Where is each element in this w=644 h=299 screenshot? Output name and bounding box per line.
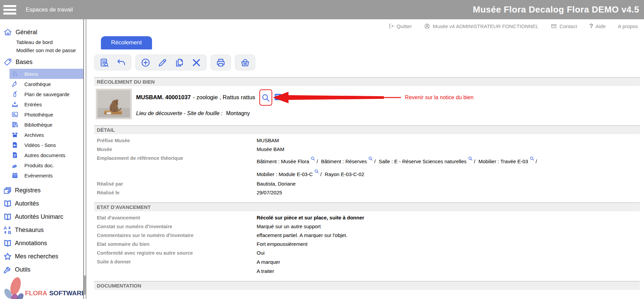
section-header-documentation: DOCUMENTATION — [94, 281, 640, 290]
detail-row-realise-par: Réalisé par Bautista, Doriane — [86, 179, 644, 188]
section-header-detail: DÉTAIL — [94, 125, 640, 134]
contact-button[interactable]: Contact — [551, 23, 577, 29]
sidebar-item-registres[interactable]: Registres — [0, 184, 83, 197]
sidebar-item-autorites[interactable]: Autorités — [0, 197, 83, 210]
sidebar-item-autorites-unimarc[interactable]: Autorités Unimarc — [0, 210, 83, 223]
detail-block: Préfixe Musée MUSBAM Musée Musée BAM Emp… — [86, 134, 644, 200]
lookup-icon[interactable] — [468, 154, 473, 164]
etat-row-suite-a-donner: Suite à donner A marquer A traiter — [86, 257, 644, 276]
sidebar-splitter[interactable] — [83, 19, 86, 299]
menu-icon[interactable] — [3, 5, 16, 15]
basket-icon[interactable] — [240, 58, 250, 68]
sidebar-section-general[interactable]: Général — [3, 27, 83, 38]
edit-pencil-icon[interactable] — [157, 58, 168, 68]
video-file-icon — [11, 141, 19, 149]
toolbar-group-search — [94, 55, 131, 70]
stacked-windows-icon — [2, 186, 13, 196]
inbox-arrow-icon — [11, 100, 19, 108]
add-circle-icon[interactable] — [141, 58, 151, 68]
open-book-icon — [2, 199, 13, 209]
open-box-icon — [11, 131, 19, 139]
sidebar-item-bibliotheque[interactable]: Bibliothèque — [0, 120, 83, 130]
sidebar-section-label: Bases — [16, 59, 33, 66]
app-header: Espaces de travail Musée Flora Decalog F… — [0, 0, 644, 19]
annotation-text: Revenir sur la notice du bien — [405, 94, 474, 101]
emplacement-line-2: Mobilier : Module E-03-C/Rayon E-03-C-02 — [257, 167, 540, 179]
quitter-button[interactable]: Quitter — [388, 23, 412, 29]
sidebar-item-thesaurus[interactable]: AB Thesaurus — [0, 223, 83, 237]
a-propos-button[interactable]: A propos — [618, 23, 638, 29]
tab-bar: Récolement — [101, 36, 644, 49]
toolbar-group-basket — [235, 55, 255, 70]
detail-row-prefixe-musee: Préfixe Musée MUSBAM — [86, 136, 644, 145]
discovery-row: Lieu de découverte - Site de fouille : M… — [136, 110, 644, 116]
main-content: Quitter Musée v4 ADMINISTRATEUR FONCTION… — [86, 19, 644, 299]
envelope-icon — [551, 23, 557, 29]
lookup-icon[interactable] — [530, 154, 534, 164]
open-notice-button[interactable] — [259, 89, 272, 106]
logo-text-flora: FLORA — [25, 290, 47, 297]
toolbar-group-print — [211, 55, 231, 70]
app-title: Musée Flora Decalog Flora DEMO v4.5 — [473, 4, 639, 15]
emplacement-line-1: Bâtiment : Musée Flora/Bâtiment : Réserv… — [257, 154, 540, 167]
flora-petals-icon — [2, 273, 24, 299]
flora-software-logo: FLORASOFTWARE — [2, 273, 83, 299]
record-summary: MUSBAM. 40001037 - zoologie , Rattus rat… — [86, 86, 644, 123]
sidebar-item-plan-de-sauvegarde[interactable]: Plan de sauvegarde — [0, 89, 83, 99]
detail-row-musee: Musée Musée BAM — [86, 145, 644, 154]
translate-icon: AB — [2, 225, 13, 235]
user-icon — [424, 23, 430, 29]
workspace-label[interactable]: Espaces de travail — [26, 6, 73, 13]
toolbar — [94, 55, 644, 70]
sidebar-item-produits-doc[interactable]: Produits doc. — [0, 160, 83, 170]
sidebar-section-bases[interactable]: Bases — [3, 57, 83, 67]
section-header-recolement-du-bien: RÉCOLEMENT DU BIEN — [94, 77, 640, 86]
delete-x-icon[interactable] — [191, 58, 201, 68]
document-icon — [11, 151, 19, 159]
aide-button[interactable]: ? Aide — [589, 22, 606, 30]
etat-block: Etat d'avancement Récolé sur pièce et su… — [86, 211, 644, 278]
print-icon[interactable] — [216, 58, 226, 68]
copy-icon[interactable] — [174, 58, 185, 68]
sidebar-item-videos-sons[interactable]: Vidéos - Sons — [0, 140, 83, 150]
lookup-icon[interactable] — [311, 154, 315, 164]
question-mark-icon: ? — [589, 22, 593, 30]
star-icon — [2, 252, 13, 262]
list-search-icon[interactable] — [99, 58, 109, 68]
annotation-arrow — [272, 91, 402, 104]
etat-row-commentaires: Commentaires sur le numéro d'inventaire … — [86, 231, 644, 240]
detail-row-emplacement: Emplacement de référence théorique Bâtim… — [86, 154, 644, 179]
fire-extinguisher-icon — [11, 90, 19, 98]
user-menu[interactable]: Musée v4 ADMINISTRATEUR FONCTIONNEL — [424, 23, 538, 29]
sidebar-scrollbar-thumb[interactable] — [84, 275, 86, 295]
etat-row-etat-sommaire: Etat sommaire du bien Fort empoussièreme… — [86, 240, 644, 249]
sidebar-item-mes-recherches[interactable]: Mes recherches — [0, 250, 83, 263]
sidebar-item-phototheque[interactable]: Photothèque — [0, 109, 83, 120]
sidebar-item-biens[interactable]: ♘ Biens — [9, 69, 83, 79]
logout-icon — [388, 23, 394, 29]
open-book-icon — [2, 238, 13, 249]
sidebar: Général Tableau de bord Modifier son mot… — [0, 19, 83, 299]
photo-icon — [11, 110, 19, 119]
section-header-etat-avancement: ETAT D'AVANCEMENT — [94, 202, 640, 211]
books-icon — [11, 121, 19, 129]
lookup-icon[interactable] — [368, 154, 373, 164]
undo-icon[interactable] — [116, 58, 126, 68]
sidebar-item-carotheque[interactable]: Carothèque — [0, 79, 83, 89]
tab-recolement[interactable]: Récolement — [101, 36, 152, 49]
lookup-icon[interactable] — [315, 167, 319, 177]
sidebar-item-tableau-de-bord[interactable]: Tableau de bord — [0, 38, 83, 46]
item-thumbnail[interactable] — [96, 89, 132, 119]
sidebar-item-modifier-mot-de-passe[interactable]: Modifier son mot de passe — [0, 46, 83, 55]
etat-row-avancement: Etat d'avancement Récolé sur pièce et su… — [86, 213, 644, 222]
sidebar-item-autres-documents[interactable]: Autres documents — [0, 150, 83, 160]
discovery-value: Montagny — [226, 110, 250, 116]
sidebar-item-entrees[interactable]: Entrées — [0, 99, 83, 109]
item-description: - zoologie , Rattus rattus — [193, 94, 255, 101]
sidebar-item-annotations[interactable]: Annotations — [0, 237, 83, 250]
sidebar-item-evenements[interactable]: Evènements — [0, 170, 83, 180]
sidebar-section-label: Général — [16, 29, 37, 36]
item-number: MUSBAM. 40001037 — [136, 94, 191, 101]
magnifier-icon — [261, 93, 270, 102]
sidebar-item-archives[interactable]: Archives — [0, 130, 83, 140]
